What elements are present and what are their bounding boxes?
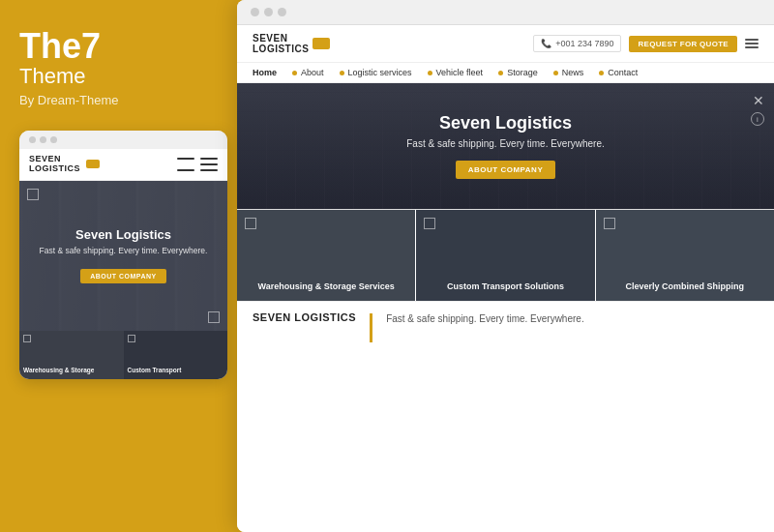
nav-contact-label: Contact bbox=[608, 68, 638, 77]
desktop-card-1-label: Warehousing & Storage Services bbox=[247, 281, 405, 293]
mobile-card-1-decoration bbox=[23, 335, 31, 342]
desktop-dot-1 bbox=[251, 8, 259, 16]
mobile-logo-badge bbox=[86, 160, 100, 168]
close-icon[interactable]: ✕ bbox=[753, 93, 764, 108]
mobile-logo: SEVENLOGISTICS bbox=[29, 155, 100, 174]
desktop-logo: SEVENLOGISTICS bbox=[253, 33, 330, 54]
mobile-logo-text: SEVENLOGISTICS bbox=[29, 155, 80, 174]
nav-home-label: Home bbox=[253, 68, 277, 77]
nav-item-contact[interactable]: Contact bbox=[599, 68, 638, 77]
bottom-tagline: Fast & safe shipping. Every time. Everyw… bbox=[386, 311, 584, 324]
desktop-hero-button[interactable]: ABOUT COMPANY bbox=[456, 161, 555, 179]
nav-vehicle-bullet bbox=[428, 71, 432, 75]
desktop-nav: Home About Logistic services Vehicle fle… bbox=[237, 63, 774, 83]
desktop-phone: 📞 +001 234 7890 bbox=[533, 35, 621, 52]
mobile-hero-decoration-tl bbox=[27, 189, 39, 200]
desktop-card-1-decoration bbox=[245, 218, 256, 229]
right-panel: SEVENLOGISTICS 📞 +001 234 7890 REQUEST F… bbox=[237, 0, 774, 532]
mobile-menu-icon[interactable] bbox=[177, 158, 194, 171]
mobile-hero-title: Seven Logistics bbox=[40, 227, 208, 242]
nav-item-vehicle[interactable]: Vehicle fleet bbox=[428, 68, 484, 77]
nav-storage-bullet bbox=[498, 71, 503, 75]
mobile-titlebar bbox=[19, 131, 227, 149]
bottom-company-title: SEVEN LOGISTICS bbox=[253, 311, 356, 323]
nav-item-news[interactable]: News bbox=[553, 68, 584, 77]
phone-icon: 📞 bbox=[541, 39, 551, 48]
nav-news-bullet bbox=[553, 71, 558, 75]
desktop-dot-3 bbox=[278, 8, 286, 16]
desktop-bottom-section: SEVEN LOGISTICS Fast & safe shipping. Ev… bbox=[237, 301, 774, 352]
mobile-hero-decoration-br bbox=[208, 311, 220, 323]
mobile-card-2-decoration bbox=[128, 335, 135, 342]
nav-logistic-bullet bbox=[340, 71, 344, 75]
desktop-dot-2 bbox=[264, 8, 273, 16]
nav-logistic-label: Logistic services bbox=[348, 68, 412, 77]
left-panel: The7 Theme By Dream-Theme SEVENLOGISTICS bbox=[0, 0, 237, 532]
mobile-card-1: Warehousing & Storage bbox=[19, 331, 124, 379]
nav-item-about[interactable]: About bbox=[292, 68, 324, 77]
desktop-card-1[interactable]: Warehousing & Storage Services bbox=[237, 210, 416, 301]
phone-number: +001 234 7890 bbox=[555, 39, 613, 48]
mobile-card-1-label: Warehousing & Storage bbox=[23, 367, 94, 374]
desktop-card-3[interactable]: Cleverly Combined Shipping bbox=[596, 210, 774, 301]
bottom-divider bbox=[370, 313, 372, 342]
desktop-cards-row: Warehousing & Storage Services Custom Tr… bbox=[237, 209, 774, 301]
info-symbol: i bbox=[757, 115, 759, 124]
mobile-hero-content: Seven Logistics Fast & safe shipping. Ev… bbox=[40, 227, 208, 283]
nav-item-logistic[interactable]: Logistic services bbox=[340, 68, 412, 77]
nav-about-label: About bbox=[301, 68, 324, 77]
desktop-content: SEVENLOGISTICS 📞 +001 234 7890 REQUEST F… bbox=[237, 25, 774, 532]
desktop-header-right: 📞 +001 234 7890 REQUEST FOR QUOTE bbox=[533, 35, 759, 52]
nav-storage-label: Storage bbox=[507, 68, 538, 77]
desktop-menu-icon[interactable] bbox=[745, 39, 759, 48]
mobile-mockup: SEVENLOGISTICS Seven Logistics Fast & sa… bbox=[19, 131, 227, 379]
desktop-hero-content: Seven Logistics Fast & safe shipping. Ev… bbox=[406, 113, 605, 179]
desktop-card-2-decoration bbox=[424, 218, 435, 229]
mobile-nav: SEVENLOGISTICS bbox=[19, 149, 227, 181]
mobile-grid-icon[interactable] bbox=[200, 158, 218, 171]
mobile-hero-button[interactable]: ABOUT COMPANY bbox=[80, 269, 166, 283]
theme-author: By Dream-Theme bbox=[19, 93, 119, 107]
nav-about-bullet bbox=[292, 71, 297, 75]
mobile-dot-2 bbox=[40, 136, 46, 143]
info-icon[interactable]: i bbox=[751, 112, 764, 126]
request-quote-button[interactable]: REQUEST FOR QUOTE bbox=[629, 36, 737, 52]
desktop-card-3-decoration bbox=[604, 218, 615, 229]
desktop-logo-badge bbox=[313, 38, 330, 49]
mobile-hero: Seven Logistics Fast & safe shipping. Ev… bbox=[19, 181, 227, 331]
nav-news-label: News bbox=[562, 68, 584, 77]
mobile-dot-1 bbox=[29, 136, 36, 143]
desktop-header: SEVENLOGISTICS 📞 +001 234 7890 REQUEST F… bbox=[237, 25, 774, 63]
mobile-hero-subtitle: Fast & safe shipping. Every time. Everyw… bbox=[40, 246, 208, 257]
theme-subtitle: Theme bbox=[19, 64, 85, 89]
mobile-card-2: Custom Transport bbox=[124, 331, 228, 379]
mobile-nav-icons bbox=[177, 158, 218, 171]
nav-vehicle-label: Vehicle fleet bbox=[436, 68, 484, 77]
mobile-dot-3 bbox=[50, 136, 57, 143]
mobile-card-2-label: Custom Transport bbox=[128, 367, 182, 374]
nav-item-home[interactable]: Home bbox=[253, 68, 277, 77]
nav-item-storage[interactable]: Storage bbox=[498, 68, 538, 77]
desktop-card-2[interactable]: Custom Transport Solutions bbox=[416, 210, 595, 301]
desktop-hero-title: Seven Logistics bbox=[406, 113, 605, 133]
desktop-card-2-label: Custom Transport Solutions bbox=[426, 281, 584, 293]
desktop-logo-text: SEVENLOGISTICS bbox=[253, 33, 309, 54]
desktop-hero: Seven Logistics Fast & safe shipping. Ev… bbox=[237, 83, 774, 209]
desktop-card-3-label: Cleverly Combined Shipping bbox=[606, 281, 764, 293]
mobile-cards: Warehousing & Storage Custom Transport bbox=[19, 331, 227, 379]
nav-contact-bullet bbox=[599, 71, 604, 75]
theme-title: The7 bbox=[19, 29, 101, 64]
desktop-titlebar bbox=[237, 0, 774, 25]
desktop-hero-subtitle: Fast & safe shipping. Every time. Everyw… bbox=[406, 138, 605, 149]
